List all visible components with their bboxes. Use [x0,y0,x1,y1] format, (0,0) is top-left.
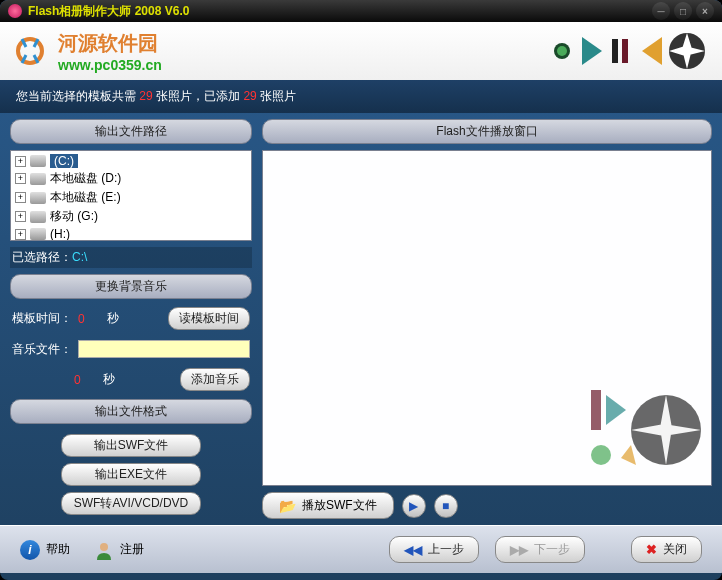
expand-icon[interactable]: + [15,173,26,184]
tree-item[interactable]: + (C:) [13,153,249,169]
maximize-button[interactable]: □ [674,2,692,20]
play-button[interactable]: ▶ [402,494,426,518]
svg-point-9 [100,543,108,551]
next-button[interactable]: ▶▶ 下一步 [495,536,585,563]
stop-icon: ■ [442,499,449,513]
svg-rect-7 [591,390,601,430]
swf-convert-button[interactable]: SWF转AVI/VCD/DVD [61,492,201,515]
template-time-label: 模板时间： [12,310,72,327]
next-label: 下一步 [534,541,570,558]
tree-item-label: 本地磁盘 (D:) [50,170,121,187]
minimize-button[interactable]: ─ [652,2,670,20]
music-duration-row: 0 秒 添加音乐 [10,366,252,393]
music-duration-value: 0 [74,373,81,387]
right-panel: Flash文件播放窗口 📂 播放SWF文件 ▶ [262,119,712,519]
added-count: 29 [243,89,256,103]
close-x-icon: ✖ [646,542,657,557]
status-bar: 您当前选择的模板共需 29 张照片，已添加 29 张照片 [0,80,722,113]
status-prefix: 您当前选择的模板共需 [16,89,136,103]
close-button[interactable]: × [696,2,714,20]
music-file-row: 音乐文件： [10,338,252,360]
disk-icon [30,192,46,204]
expand-icon[interactable]: + [15,192,26,203]
prev-label: 上一步 [428,541,464,558]
close-label: 关闭 [663,541,687,558]
tree-item-label: 移动 (G:) [50,208,98,225]
tree-item[interactable]: + 移动 (G:) [13,207,249,226]
disk-icon [30,155,46,167]
play-swf-label: 播放SWF文件 [302,497,377,514]
tree-item-label: (H:) [50,227,70,241]
play-icon: ▶ [409,499,418,513]
disk-icon [30,211,46,223]
titlebar: Flash相册制作大师 2008 V6.0 ─ □ × [0,0,722,22]
logo-icon [10,31,50,71]
music-file-input[interactable] [78,340,250,358]
brand-url: www.pc0359.cn [58,57,162,73]
footer: i 帮助 注册 ◀◀ 上一步 ▶▶ 下一步 ✖ 关闭 [0,525,722,573]
help-button[interactable]: i 帮助 [20,540,70,560]
app-icon [8,4,22,18]
logo-area: 河源软件园 www.pc0359.cn [58,30,162,73]
folder-icon: 📂 [279,498,296,514]
svg-rect-4 [622,39,628,63]
expand-icon[interactable]: + [15,211,26,222]
status-mid: 张照片，已添加 [156,89,240,103]
expand-icon[interactable]: + [15,229,26,240]
footer-left: i 帮助 注册 [20,540,373,560]
register-button[interactable]: 注册 [94,540,144,560]
selected-path: 已选路径：C:\ [10,247,252,268]
template-time-value: 0 [78,312,85,326]
required-count: 29 [139,89,152,103]
output-path-header: 输出文件路径 [10,119,252,144]
output-exe-button[interactable]: 输出EXE文件 [61,463,201,486]
brand-name: 河源软件园 [58,30,162,57]
header: 河源软件园 www.pc0359.cn [0,22,722,80]
preview-header: Flash文件播放窗口 [262,119,712,144]
output-format-header: 输出文件格式 [10,399,252,424]
tree-item-label: (C:) [50,154,78,168]
seconds-label: 秒 [103,371,115,388]
status-suffix: 张照片 [260,89,296,103]
play-swf-file-button[interactable]: 📂 播放SWF文件 [262,492,394,519]
file-tree[interactable]: + (C:) + 本地磁盘 (D:) + 本地磁盘 (E:) + [10,150,252,241]
tree-item[interactable]: + 本地磁盘 (D:) [13,169,249,188]
music-file-label: 音乐文件： [12,341,72,358]
template-time-row: 模板时间： 0 秒 读模板时间 [10,305,252,332]
main-content: 输出文件路径 + (C:) + 本地磁盘 (D:) + 本地磁盘 (E:) [0,113,722,525]
arrow-left-icon: ◀◀ [404,543,422,557]
app-window: Flash相册制作大师 2008 V6.0 ─ □ × 河源软件园 www.pc… [0,0,722,580]
seconds-label: 秒 [107,310,119,327]
tree-item[interactable]: + 本地磁盘 (E:) [13,188,249,207]
disk-icon [30,173,46,185]
header-decoration-icon [532,27,712,75]
expand-icon[interactable]: + [15,156,26,167]
bgm-header: 更换背景音乐 [10,274,252,299]
left-panel: 输出文件路径 + (C:) + 本地磁盘 (D:) + 本地磁盘 (E:) [10,119,252,519]
close-app-button[interactable]: ✖ 关闭 [631,536,702,563]
preview-area [262,150,712,486]
info-icon: i [20,540,40,560]
stop-button[interactable]: ■ [434,494,458,518]
disk-icon [30,228,46,240]
output-swf-button[interactable]: 输出SWF文件 [61,434,201,457]
playback-controls: 📂 播放SWF文件 ▶ ■ [262,492,712,519]
read-template-time-button[interactable]: 读模板时间 [168,307,250,330]
help-label: 帮助 [46,541,70,558]
selected-path-label: 已选路径： [12,250,72,264]
preview-decoration-icon [576,370,706,480]
user-icon [94,540,114,560]
selected-path-value: C:\ [72,250,87,264]
svg-point-0 [18,39,42,63]
register-label: 注册 [120,541,144,558]
svg-rect-3 [612,39,618,63]
svg-point-2 [557,46,567,56]
prev-button[interactable]: ◀◀ 上一步 [389,536,479,563]
output-buttons: 输出SWF文件 输出EXE文件 SWF转AVI/VCD/DVD [10,430,252,519]
tree-item[interactable]: + (H:) [13,226,249,241]
window-controls: ─ □ × [652,2,714,20]
arrow-right-icon: ▶▶ [510,543,528,557]
svg-point-8 [591,445,611,465]
window-title: Flash相册制作大师 2008 V6.0 [28,3,652,20]
add-music-button[interactable]: 添加音乐 [180,368,250,391]
